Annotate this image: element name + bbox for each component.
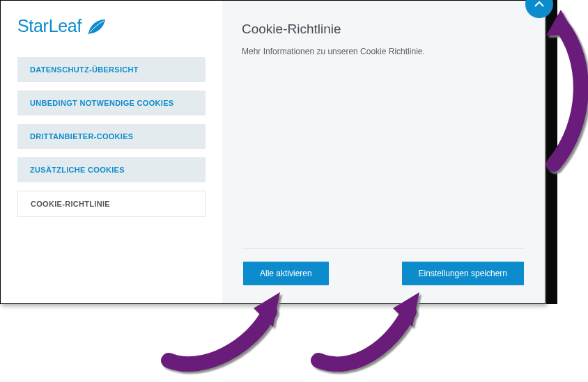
- main-panel: Cookie-Richtlinie Mehr Informationen zu …: [222, 1, 545, 303]
- panel-title: Cookie-Richtlinie: [242, 22, 525, 37]
- sidebar-item-label: ZUSÄTZLICHE COOKIES: [30, 166, 125, 174]
- sidebar-item-cookie-policy[interactable]: COOKIE-RICHTLINIE: [17, 191, 206, 217]
- sidebar-item-necessary-cookies[interactable]: UNBEDINGT NOTWENDIGE COOKIES: [17, 90, 206, 116]
- backdrop-strip: [546, 0, 557, 304]
- sidebar-item-label: DRITTANBIETER-COOKIES: [30, 132, 133, 141]
- divider: [242, 248, 525, 249]
- cookie-settings-dialog: StarLeaf DATENSCHUTZ-ÜBERSICHT UNBEDINGT…: [0, 0, 546, 304]
- logo-text: StarLeaf: [17, 16, 82, 36]
- nav-list: DATENSCHUTZ-ÜBERSICHT UNBEDINGT NOTWENDI…: [17, 57, 206, 217]
- sidebar-item-additional-cookies[interactable]: ZUSÄTZLICHE COOKIES: [17, 157, 206, 182]
- button-row: Alle aktivieren Einstellungen speichern: [242, 262, 525, 289]
- logo: StarLeaf: [17, 16, 206, 36]
- sidebar-item-label: COOKIE-RICHTLINIE: [31, 200, 110, 208]
- enable-all-button[interactable]: Alle aktivieren: [243, 262, 329, 285]
- save-settings-button[interactable]: Einstellungen speichern: [402, 262, 524, 285]
- sidebar: StarLeaf DATENSCHUTZ-ÜBERSICHT UNBEDINGT…: [1, 1, 222, 303]
- sidebar-item-label: DATENSCHUTZ-ÜBERSICHT: [30, 65, 139, 74]
- svg-marker-0: [546, 10, 575, 35]
- panel-description: Mehr Informationen zu unseren Cookie Ric…: [242, 47, 525, 56]
- chevron-up-icon: [534, 1, 545, 8]
- leaf-icon: [86, 17, 107, 36]
- sidebar-item-privacy-overview[interactable]: DATENSCHUTZ-ÜBERSICHT: [17, 57, 206, 82]
- sidebar-item-thirdparty-cookies[interactable]: DRITTANBIETER-COOKIES: [17, 124, 206, 149]
- sidebar-item-label: UNBEDINGT NOTWENDIGE COOKIES: [30, 99, 173, 107]
